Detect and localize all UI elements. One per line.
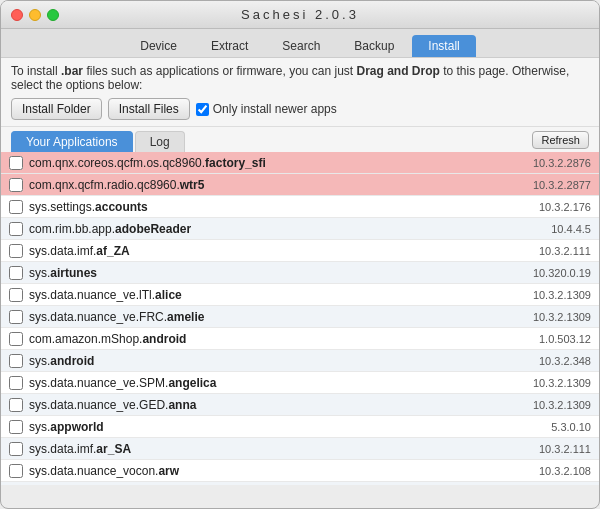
close-button[interactable]: [11, 9, 23, 21]
list-item[interactable]: sys.settings.accounts10.3.2.176: [1, 196, 599, 218]
tab-extract[interactable]: Extract: [195, 35, 264, 57]
list-item[interactable]: sys.data.nuance_vocon.arw10.3.2.108: [1, 460, 599, 482]
row-checkbox[interactable]: [9, 354, 23, 368]
list-item[interactable]: sys.data.imf.af_ZA10.3.2.111: [1, 240, 599, 262]
tab-search[interactable]: Search: [266, 35, 336, 57]
app-name: sys.data.imf.ar_SA: [29, 442, 511, 456]
list-item[interactable]: sys.android10.3.2.348: [1, 350, 599, 372]
app-version: 10.3.2.1309: [511, 289, 591, 301]
row-checkbox[interactable]: [9, 464, 23, 478]
maximize-button[interactable]: [47, 9, 59, 21]
row-checkbox[interactable]: [9, 398, 23, 412]
only-newer-apps-checkbox[interactable]: [196, 103, 209, 116]
list-item[interactable]: sys.data.nuance_ve.GED.anna10.3.2.1309: [1, 394, 599, 416]
toolbar-description: To install .bar files such as applicatio…: [11, 64, 589, 92]
list-item[interactable]: com.qnx.coreos.qcfm.os.qc8960.factory_sf…: [1, 152, 599, 174]
list-item[interactable]: sys.appworld5.3.0.10: [1, 416, 599, 438]
row-checkbox[interactable]: [9, 420, 23, 434]
tab-backup[interactable]: Backup: [338, 35, 410, 57]
app-version: 10.3.2.348: [511, 355, 591, 367]
app-name: com.amazon.mShop.android: [29, 332, 511, 346]
traffic-lights: [11, 9, 59, 21]
app-name: sys.data.nuance_ve.FRC.amelie: [29, 310, 511, 324]
list-item[interactable]: sys.data.nuance_ve.SPM.angelica10.3.2.13…: [1, 372, 599, 394]
list-item[interactable]: sys.airtunes10.320.0.19: [1, 262, 599, 284]
only-newer-apps-label[interactable]: Only install newer apps: [196, 102, 337, 116]
app-name: sys.data.nuance_ve.SPM.angelica: [29, 376, 511, 390]
only-newer-apps-text: Only install newer apps: [213, 102, 337, 116]
list-item[interactable]: sys.data.nuance_ve.lTl.alice10.3.2.1309: [1, 284, 599, 306]
list-item[interactable]: com.rim.bb.app.adobeReader10.4.4.5: [1, 218, 599, 240]
app-version: 10.3.2.2876: [511, 157, 591, 169]
app-name: com.rim.bb.app.adobeReader: [29, 222, 511, 236]
app-name: sys.data.nuance_vocon.arw: [29, 464, 511, 478]
app-version: 5.3.0.10: [511, 421, 591, 433]
app-name: sys.data.nuance_ve.lTl.alice: [29, 288, 511, 302]
section-tabs: Your Applications Log Refresh: [1, 127, 599, 152]
row-checkbox[interactable]: [9, 442, 23, 456]
minimize-button[interactable]: [29, 9, 41, 21]
app-version: 10.3.2.108: [511, 465, 591, 477]
app-name: sys.appworld: [29, 420, 511, 434]
app-version: 10.3.2.1309: [511, 377, 591, 389]
row-checkbox[interactable]: [9, 244, 23, 258]
list-item[interactable]: sys.data.imf.as_IN10.3.2.105: [1, 482, 599, 485]
row-checkbox[interactable]: [9, 288, 23, 302]
row-checkbox[interactable]: [9, 332, 23, 346]
row-checkbox[interactable]: [9, 376, 23, 390]
app-version: 10.4.4.5: [511, 223, 591, 235]
app-name: com.qnx.coreos.qcfm.os.qc8960.factory_sf…: [29, 156, 511, 170]
app-list: com.qnx.coreos.qcfm.os.qc8960.factory_sf…: [1, 152, 599, 485]
app-version: 10.3.2.1309: [511, 399, 591, 411]
row-checkbox[interactable]: [9, 310, 23, 324]
app-version: 10.320.0.19: [511, 267, 591, 279]
tab-your-applications[interactable]: Your Applications: [11, 131, 133, 152]
list-item[interactable]: sys.data.nuance_ve.FRC.amelie10.3.2.1309: [1, 306, 599, 328]
app-name: com.qnx.qcfm.radio.qc8960.wtr5: [29, 178, 511, 192]
row-checkbox[interactable]: [9, 266, 23, 280]
app-version: 10.3.2.1309: [511, 311, 591, 323]
refresh-button[interactable]: Refresh: [532, 131, 589, 149]
app-version: 10.3.2.2877: [511, 179, 591, 191]
toolbar-buttons: Install Folder Install Files Only instal…: [11, 98, 589, 120]
app-name: sys.data.imf.af_ZA: [29, 244, 511, 258]
title-bar: Sachesi 2.0.3: [1, 1, 599, 29]
app-name: sys.settings.accounts: [29, 200, 511, 214]
app-version: 10.3.2.111: [511, 245, 591, 257]
install-folder-button[interactable]: Install Folder: [11, 98, 102, 120]
tab-device[interactable]: Device: [124, 35, 193, 57]
list-item[interactable]: com.qnx.qcfm.radio.qc8960.wtr510.3.2.287…: [1, 174, 599, 196]
app-name: sys.data.nuance_ve.GED.anna: [29, 398, 511, 412]
nav-tabs: Device Extract Search Backup Install: [1, 29, 599, 58]
list-item[interactable]: com.amazon.mShop.android1.0.503.12: [1, 328, 599, 350]
install-files-button[interactable]: Install Files: [108, 98, 190, 120]
row-checkbox[interactable]: [9, 222, 23, 236]
app-name: sys.android: [29, 354, 511, 368]
row-checkbox[interactable]: [9, 200, 23, 214]
tab-install[interactable]: Install: [412, 35, 475, 57]
app-version: 10.3.2.111: [511, 443, 591, 455]
list-item[interactable]: sys.data.imf.ar_SA10.3.2.111: [1, 438, 599, 460]
toolbar: To install .bar files such as applicatio…: [1, 58, 599, 127]
app-version: 1.0.503.12: [511, 333, 591, 345]
tab-log[interactable]: Log: [135, 131, 185, 152]
app-name: sys.airtunes: [29, 266, 511, 280]
row-checkbox[interactable]: [9, 178, 23, 192]
row-checkbox[interactable]: [9, 156, 23, 170]
app-version: 10.3.2.176: [511, 201, 591, 213]
window-title: Sachesi 2.0.3: [241, 7, 359, 22]
